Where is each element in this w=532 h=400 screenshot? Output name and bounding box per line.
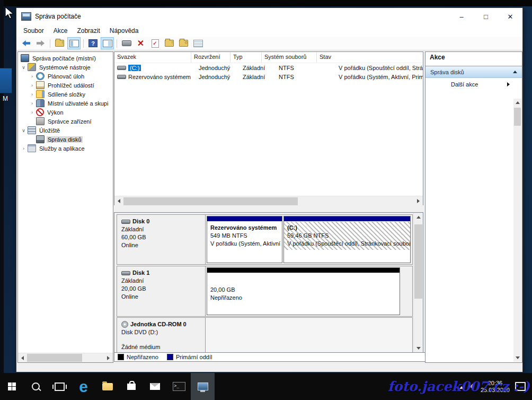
- partition-c-selected[interactable]: (C:) 59,46 GB NTFS V pořádku (Spouštěcí …: [283, 216, 411, 263]
- partition-system-reserved[interactable]: Rezervováno systémem 549 MB NTFS V pořád…: [207, 216, 282, 263]
- partition-title: Rezervováno systémem: [210, 224, 279, 232]
- disk-icon: [121, 220, 130, 224]
- open-button[interactable]: ↑: [163, 37, 176, 49]
- tree-item-device-manager[interactable]: Správce zařízení: [18, 117, 113, 126]
- tree-item-computer-management[interactable]: Správa počítače (místní): [18, 54, 113, 63]
- file-explorer-button[interactable]: [95, 373, 119, 400]
- actions-item-more-actions[interactable]: Další akce: [425, 78, 522, 91]
- menu-soubor[interactable]: Soubor: [19, 26, 49, 36]
- tree-item-event-viewer[interactable]: › Prohlížeč událostí: [18, 81, 113, 90]
- show-action-pane-button[interactable]: [101, 37, 114, 49]
- rescan-disks-button[interactable]: [120, 37, 133, 49]
- scroll-right-button[interactable]: [104, 353, 113, 362]
- up-one-level-button[interactable]: ↑: [53, 37, 66, 49]
- volume-list-horizontal-scrollbar[interactable]: [114, 196, 423, 206]
- scroll-up-button[interactable]: [513, 99, 521, 107]
- disk-view-vertical-scrollbar[interactable]: [413, 213, 423, 353]
- actions-item-label: Další akce: [451, 81, 478, 88]
- tree-horizontal-scrollbar[interactable]: [18, 353, 113, 362]
- computer-management-icon: [198, 382, 208, 390]
- chevron-right-icon[interactable]: ›: [20, 146, 28, 151]
- chevron-right-icon[interactable]: ›: [28, 74, 36, 79]
- volume-list-header: Svazek Rozvržení Typ Systém souborů Stav: [114, 52, 423, 63]
- menu-akce[interactable]: Akce: [49, 26, 73, 36]
- chevron-right-icon[interactable]: ›: [28, 83, 36, 88]
- column-header-system-souboru[interactable]: Systém souborů: [262, 52, 317, 63]
- explore-button[interactable]: ○: [177, 37, 190, 49]
- scrollbar-thumb[interactable]: [514, 108, 521, 126]
- scrollbar-thumb[interactable]: [123, 197, 298, 205]
- store-button[interactable]: [119, 373, 143, 400]
- cdrom-header[interactable]: Jednotka CD-ROM 0 Disk DVD (D:) Žádné mé…: [117, 318, 206, 353]
- windows-logo-icon: [8, 382, 16, 390]
- disk-0-header[interactable]: Disk 0 Základní 60,00 GB Online: [117, 215, 206, 264]
- tree-item-services-apps[interactable]: › Služby a aplikace: [18, 144, 113, 153]
- tree-item-label: Místní uživatelé a skupi: [47, 100, 109, 107]
- search-button[interactable]: [24, 373, 48, 400]
- toolbar-separator: [83, 39, 84, 48]
- start-button[interactable]: [0, 373, 24, 400]
- column-header-svazek[interactable]: Svazek: [114, 52, 191, 63]
- menu-napoveda[interactable]: Nápověda: [105, 26, 144, 36]
- tree-item-disk-management[interactable]: Správa disků: [18, 135, 113, 144]
- menu-zobrazit[interactable]: Zobrazit: [72, 26, 104, 36]
- column-header-stav[interactable]: Stav: [317, 52, 423, 63]
- scrollbar-thumb[interactable]: [27, 354, 82, 362]
- properties-button[interactable]: [191, 37, 205, 49]
- command-prompt-button[interactable]: >_: [167, 373, 191, 400]
- chevron-right-icon[interactable]: ›: [28, 101, 36, 106]
- task-view-button[interactable]: [48, 373, 72, 400]
- disk-type: Základní: [121, 225, 201, 233]
- scroll-right-button[interactable]: [414, 197, 423, 206]
- scroll-down-button[interactable]: [414, 344, 423, 353]
- computer-management-taskbar-button[interactable]: [191, 373, 215, 400]
- scrollbar-thumb[interactable]: [414, 224, 422, 299]
- edge-button[interactable]: e: [72, 373, 95, 400]
- actions-group-disk-management[interactable]: Správa disků: [425, 66, 522, 78]
- tree-item-system-tools[interactable]: ∨ Systémové nástroje: [18, 63, 113, 72]
- panel-splitter[interactable]: [114, 205, 423, 212]
- disk-1-header[interactable]: Disk 1 Základní 20,00 GB Online: [117, 266, 206, 316]
- maximize-button[interactable]: □: [474, 8, 498, 25]
- chevron-down-icon[interactable]: ∨: [20, 128, 28, 133]
- tree-item-shared-folders[interactable]: › Sdílené složky: [18, 90, 113, 99]
- tree-item-local-users[interactable]: › Místní uživatelé a skupi: [18, 99, 113, 108]
- delete-volume-button[interactable]: ✕: [134, 37, 147, 49]
- disk-graphical-view: Disk 0 Základní 60,00 GB Online Rezervov…: [114, 212, 423, 353]
- volume-fs: NTFS: [276, 74, 336, 80]
- tree-item-label: Prohlížeč událostí: [47, 82, 95, 89]
- unallocated-space[interactable]: 20,00 GB Nepřiřazeno: [207, 267, 400, 315]
- actions-vertical-scrollbar[interactable]: [513, 99, 521, 362]
- volume-row-system-reserved[interactable]: Rezervováno systémem Jednoduchý Základní…: [114, 72, 423, 81]
- chevron-right-icon[interactable]: ›: [28, 110, 36, 115]
- title-bar[interactable]: Správa počítače – □ ✕: [16, 8, 522, 25]
- back-button[interactable]: [20, 37, 33, 49]
- check-document-icon: ✓: [152, 39, 159, 48]
- tree-item-label: Správa disků: [47, 136, 83, 143]
- collapse-icon[interactable]: [513, 71, 517, 73]
- scroll-left-button[interactable]: [18, 353, 27, 362]
- column-header-rozvrzeni[interactable]: Rozvržení: [191, 52, 230, 63]
- desktop-shortcut-icon[interactable]: [0, 68, 12, 93]
- help-button[interactable]: ?: [86, 37, 100, 49]
- tree-item-label: Správce zařízení: [47, 118, 93, 125]
- scroll-down-button[interactable]: [513, 354, 521, 362]
- close-button[interactable]: ✕: [498, 8, 522, 25]
- tree-item-task-scheduler[interactable]: › Plánovač úloh: [18, 72, 113, 81]
- column-header-typ[interactable]: Typ: [230, 52, 262, 63]
- scroll-up-button[interactable]: [414, 213, 423, 222]
- disk-1-partitions: 20,00 GB Nepřiřazeno: [206, 266, 412, 316]
- chevron-right-icon[interactable]: ›: [28, 92, 36, 97]
- scroll-left-button[interactable]: [114, 197, 123, 206]
- tree-item-label: Výkon: [46, 109, 65, 116]
- mail-button[interactable]: [143, 373, 167, 400]
- forward-button[interactable]: [34, 37, 47, 49]
- volume-row-c[interactable]: (C:) Jednoduchý Základní NTFS V pořádku …: [114, 63, 423, 72]
- console-content: Správa počítače (místní) ∨ Systémové nás…: [16, 50, 522, 372]
- minimize-button[interactable]: –: [449, 8, 474, 25]
- show-console-tree-button[interactable]: [67, 37, 81, 49]
- tree-item-performance[interactable]: › Výkon: [18, 108, 113, 117]
- tree-item-storage[interactable]: ∨ Úložiště: [18, 126, 113, 135]
- chevron-down-icon[interactable]: ∨: [20, 65, 28, 70]
- mark-active-button[interactable]: ✓: [148, 37, 162, 49]
